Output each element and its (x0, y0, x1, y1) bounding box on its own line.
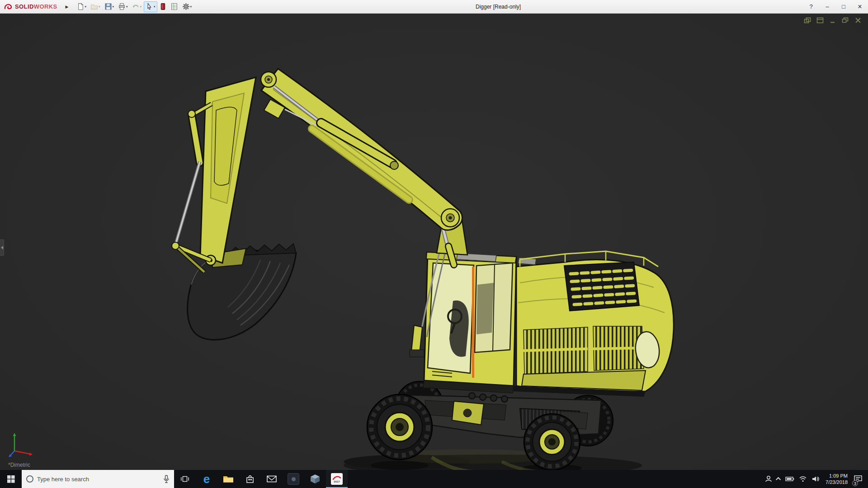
task-view-button[interactable] (174, 470, 196, 488)
maximize-button[interactable]: □ (835, 0, 852, 14)
window-tile-icon[interactable] (816, 17, 824, 23)
xpress-cube-icon (160, 3, 166, 10)
select-cursor-icon (146, 3, 153, 10)
solidworks-logo: SOLIDWORKS (0, 3, 62, 11)
chevron-down-icon[interactable]: ▾ (126, 5, 128, 9)
network-button[interactable] (797, 470, 809, 488)
chevron-left-icon (1, 246, 3, 249)
store-bag-icon (245, 474, 255, 484)
ds-swoosh-icon (4, 3, 13, 11)
cube-icon (310, 474, 321, 484)
window-restore-icon[interactable] (842, 17, 849, 23)
window-close-icon[interactable] (854, 17, 862, 23)
orientation-triad (8, 430, 36, 458)
speaker-icon (811, 475, 820, 483)
action-center-button[interactable]: 3 (851, 470, 865, 488)
app-button-mail[interactable] (261, 470, 283, 488)
open-folder-icon (90, 3, 98, 10)
people-icon (764, 475, 773, 483)
select-tool-button[interactable]: ▾ (144, 1, 157, 12)
taskbar-clock[interactable]: 1:09 PM 7/23/2018 (822, 470, 851, 488)
undo-button[interactable]: ▾ (130, 1, 144, 12)
quick-access-toolbar: ▾ ▾ ▾ ▾ ▾ (75, 1, 194, 12)
app-button-file-explorer[interactable] (217, 470, 239, 488)
feature-pane-collapse-tab[interactable] (0, 239, 4, 256)
search-input[interactable] (37, 476, 160, 483)
solidworks-swoosh-icon (332, 475, 341, 480)
app-button-cube-app[interactable] (304, 470, 326, 488)
dark-app-icon (288, 473, 299, 485)
help-button[interactable]: ? (803, 0, 819, 14)
mail-envelope-icon (266, 474, 277, 483)
menu-flyout-arrow[interactable]: ▶ (62, 5, 72, 9)
app-button-store[interactable] (239, 470, 261, 488)
volume-button[interactable] (809, 470, 822, 488)
solidworks-version-label: 2017 (334, 480, 340, 483)
window-controls: ? – □ × (803, 0, 868, 14)
file-explorer-icon (223, 474, 234, 483)
window-cascade-icon[interactable] (804, 17, 811, 23)
file-properties-button[interactable] (169, 1, 180, 12)
xpress-products-button[interactable] (158, 1, 168, 12)
brand-works: WORKS (34, 3, 57, 10)
new-document-icon (77, 3, 85, 10)
clock-time: 1:09 PM (829, 473, 848, 479)
undo-icon (132, 3, 140, 10)
excavator-model[interactable] (0, 14, 868, 470)
people-button[interactable] (762, 470, 775, 488)
minimize-button[interactable]: – (819, 0, 835, 14)
microphone-icon[interactable] (163, 475, 170, 483)
clock-date: 7/23/2018 (826, 479, 848, 485)
tray-overflow-button[interactable] (775, 470, 783, 488)
document-title: Digger [Read-only] (193, 4, 803, 10)
model-cab (423, 252, 516, 393)
notification-badge: 3 (852, 480, 858, 486)
options-button[interactable]: ▾ (180, 1, 194, 12)
brand-solid: SOLID (15, 3, 34, 10)
open-button[interactable]: ▾ (89, 1, 102, 12)
chevron-down-icon[interactable]: ▾ (113, 5, 114, 9)
start-button[interactable] (0, 470, 22, 488)
new-document-button[interactable]: ▾ (75, 1, 89, 12)
save-icon (104, 3, 112, 10)
app-button-solidworks[interactable]: 2017 (326, 470, 348, 488)
chevron-up-icon (776, 477, 781, 482)
chevron-down-icon[interactable]: ▾ (99, 5, 100, 9)
battery-button[interactable] (783, 470, 797, 488)
close-button[interactable]: × (852, 0, 868, 14)
battery-icon (785, 476, 794, 482)
edge-icon: e (203, 473, 210, 485)
chevron-down-icon[interactable]: ▾ (190, 5, 192, 9)
print-icon (118, 3, 126, 10)
graphics-viewport[interactable]: *Dimetric (0, 14, 868, 470)
save-button[interactable]: ▾ (103, 1, 116, 12)
model-front-wheel (367, 394, 432, 460)
app-button-dark-app[interactable] (283, 470, 304, 488)
taskbar: e 2017 (0, 470, 868, 488)
solidworks-app-icon: 2017 (331, 473, 343, 485)
gear-icon (182, 3, 190, 10)
document-window-controls (804, 17, 862, 23)
task-view-icon (180, 474, 190, 483)
properties-sheet-icon (170, 3, 178, 10)
model-rear-wheel (524, 414, 580, 470)
titlebar: SOLIDWORKS ▶ ▾ ▾ ▾ ▾ (0, 0, 868, 14)
taskbar-search[interactable] (22, 470, 174, 488)
cortana-icon (26, 475, 33, 483)
chevron-down-icon[interactable]: ▾ (85, 5, 87, 9)
windows-logo-icon (7, 475, 15, 483)
window-minimize-icon[interactable] (829, 17, 836, 23)
view-orientation-label: *Dimetric (8, 462, 30, 468)
wifi-icon (799, 476, 807, 482)
chevron-down-icon[interactable]: ▾ (154, 5, 156, 9)
app-button-edge[interactable]: e (196, 470, 217, 488)
lens-icon (292, 477, 296, 481)
print-button[interactable]: ▾ (116, 1, 130, 12)
chevron-down-icon[interactable]: ▾ (140, 5, 142, 9)
brand-text: SOLIDWORKS (15, 3, 57, 10)
system-tray: 1:09 PM 7/23/2018 3 (762, 470, 868, 488)
